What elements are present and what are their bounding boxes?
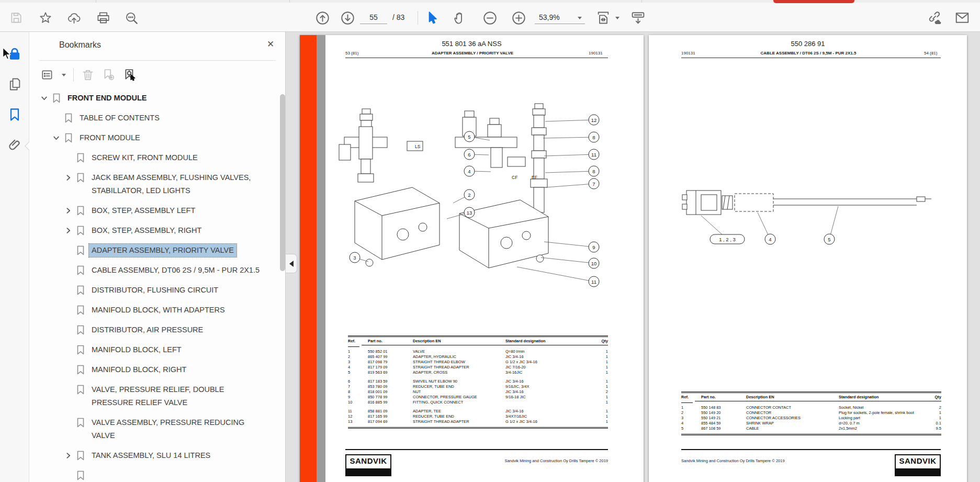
search-icon[interactable] (123, 10, 139, 26)
hand-tool-icon[interactable] (452, 10, 468, 26)
callout-number: 13 (467, 210, 472, 216)
page-number-input[interactable]: 55 (360, 12, 387, 24)
bookmark-label[interactable]: MANIFOLD BLOCK, LEFT (89, 343, 184, 356)
previous-page-icon[interactable] (314, 10, 330, 26)
table-cell: 1 (582, 379, 608, 384)
share-link-icon[interactable] (926, 10, 942, 26)
email-icon[interactable] (954, 10, 970, 26)
table-cell: STRAIGHT THREAD ADAPTER (413, 365, 505, 370)
bookmark-label[interactable]: CABLE ASSEMBLY, DT06 2S / 9,5M - PUR 2X1… (89, 264, 262, 277)
panel-scrollbar[interactable] (280, 94, 285, 271)
bookmark-icon (74, 363, 87, 376)
select-tool-icon[interactable] (425, 10, 441, 26)
expander-down-icon[interactable] (50, 131, 62, 144)
expander-none-icon (62, 383, 74, 396)
expander-right-icon[interactable] (62, 204, 74, 217)
date-code: 190131 (589, 51, 603, 55)
panel-tool-divider (73, 68, 74, 82)
bookmark-label[interactable]: MANIFOLD BLOCK, WITH ADAPTERS (89, 304, 228, 317)
zoom-out-icon[interactable] (482, 10, 498, 26)
bookmark-label[interactable]: TANK ASSEMBLY, SLU 14 LITRES (89, 449, 213, 462)
bookmark-item[interactable]: DISTRIBUTOR, FLUSHING CIRCUIT (29, 281, 279, 300)
pdf-page-left: 551 801 36 aA NSS 53 (81) ADAPTER ASSEMB… (300, 35, 644, 482)
bookmark-label[interactable]: MANIFOLD BLOCK, RIGHT (89, 363, 189, 376)
callout-number: 1 , 2 , 3 (719, 237, 736, 242)
scrolling-mode-icon[interactable] (630, 10, 646, 26)
zoom-dropdown-caret[interactable] (578, 17, 582, 19)
bookmark-item[interactable] (29, 466, 279, 482)
main-toolbar: 55 / 83 53,9% (0, 3, 980, 32)
column-header: Qty (916, 395, 941, 399)
bookmark-item[interactable]: VALVE, PRESSURE RELIEF, DOUBLE PRESSURE … (29, 380, 279, 413)
bookmark-item[interactable]: ADAPTER ASSEMBLY, PRIORITY VALVE (29, 241, 279, 261)
bookmark-icon (74, 469, 87, 482)
bookmark-label[interactable]: FRONT END MODULE (65, 92, 149, 105)
find-current-bookmark-icon[interactable] (123, 68, 137, 82)
bookmark-item[interactable]: SCREW KIT, FRONT MODULE (29, 148, 279, 168)
star-icon[interactable] (38, 10, 53, 26)
table-cell: STRAIGHT THREAD ADAPTER (413, 419, 505, 424)
bookmark-item[interactable]: FRONT END MODULE (29, 88, 279, 108)
share-cloud-icon[interactable] (66, 10, 82, 26)
bookmark-options-caret[interactable] (62, 74, 66, 76)
table-cell: Locking part (839, 416, 916, 421)
bookmark-item[interactable]: BOX, STEP, ASSEMBLY LEFT (29, 201, 279, 221)
callout-number: 4 (769, 237, 771, 242)
bookmark-label[interactable]: BOX, STEP, ASSEMBLY, RIGHT (89, 224, 204, 237)
bookmark-label[interactable]: DISTRIBUTOR, AIR PRESSURE (89, 323, 206, 337)
table-cell: 1 (582, 354, 608, 360)
bookmark-label[interactable]: BOX, STEP, ASSEMBLY LEFT (89, 204, 198, 217)
bookmark-label[interactable]: JACK BEAM ASSEMBLY, FLUSHING VALVES, STA… (89, 171, 266, 197)
bookmark-label[interactable]: FRONT MODULE (77, 131, 143, 144)
print-icon[interactable] (95, 10, 111, 26)
close-panel-icon[interactable]: ✕ (265, 39, 276, 50)
bookmark-label[interactable]: ADAPTER ASSEMBLY, PRIORITY VALVE (89, 244, 236, 257)
bookmark-item[interactable]: MANIFOLD BLOCK, RIGHT (29, 360, 279, 380)
table-cell: 816 885 99 (368, 400, 413, 405)
bookmark-item[interactable]: MANIFOLD BLOCK, LEFT (29, 340, 279, 360)
table-cell: 3 (681, 416, 701, 421)
bookmark-icon (74, 171, 87, 184)
table-cell: JIC 3/4-16 (505, 409, 582, 414)
bookmarks-panel-icon[interactable] (7, 107, 22, 122)
expander-down-icon[interactable] (38, 92, 50, 105)
bookmark-label[interactable]: VALVE ASSEMBLY, PRESSURE REDUCING VALVE (89, 416, 266, 442)
bookmark-item[interactable]: MANIFOLD BLOCK, WITH ADAPTERS (29, 300, 279, 320)
fit-width-icon[interactable] (595, 10, 611, 26)
collapse-panel-handle[interactable] (286, 254, 297, 273)
cable-assembly-diagram: 1 , 2 , 345 (680, 184, 942, 252)
table-cell: 12 (348, 414, 368, 419)
table-cell: 3/4-16JIC (505, 370, 582, 375)
expander-right-icon[interactable] (62, 224, 74, 237)
table-cell: REDUCER, TUBE END (413, 384, 505, 389)
fit-dropdown-caret[interactable] (615, 17, 619, 19)
expander-right-icon[interactable] (62, 449, 74, 462)
bookmark-item[interactable]: JACK BEAM ASSEMBLY, FLUSHING VALVES, STA… (29, 168, 279, 201)
callout-number: 3 (353, 255, 356, 261)
zoom-in-icon[interactable] (511, 10, 526, 26)
bookmark-item[interactable]: DISTRIBUTOR, AIR PRESSURE (29, 320, 279, 340)
bookmark-item[interactable]: VALVE ASSEMBLY, PRESSURE REDUCING VALVE (29, 413, 279, 446)
bookmark-item[interactable]: TABLE OF CONTENTS (29, 108, 279, 128)
table-cell: 1 (582, 419, 608, 424)
attachments-icon[interactable] (7, 137, 22, 153)
table-cell: JIC 3/4-16 (505, 354, 582, 360)
bookmark-item[interactable]: FRONT MODULE (29, 128, 279, 148)
bookmark-label[interactable]: VALVE, PRESSURE RELIEF, DOUBLE PRESSURE … (89, 383, 266, 409)
copy-pages-icon[interactable] (7, 76, 22, 92)
next-page-icon[interactable] (340, 10, 355, 26)
bookmark-item[interactable]: TANK ASSEMBLY, SLU 14 LITRES (29, 446, 279, 466)
bookmark-item[interactable]: BOX, STEP, ASSEMBLY, RIGHT (29, 221, 279, 241)
table-cell: 817 183 59 (368, 379, 413, 384)
table-cell: JIC 3/4-16 (505, 379, 582, 384)
bookmark-item[interactable]: CABLE ASSEMBLY, DT06 2S / 9,5M - PUR 2X1… (29, 261, 279, 281)
table-cell: 1 (582, 384, 608, 389)
bookmark-label[interactable]: DISTRIBUTOR, FLUSHING CIRCUIT (89, 284, 221, 297)
port-label: EF (532, 175, 537, 180)
table-cell: 853 780 09 (368, 384, 413, 389)
bookmark-options-icon[interactable] (41, 68, 54, 82)
callout-number: 4 (468, 169, 470, 174)
bookmark-label[interactable]: TABLE OF CONTENTS (77, 111, 162, 125)
expander-right-icon[interactable] (62, 171, 74, 184)
bookmark-label[interactable]: SCREW KIT, FRONT MODULE (89, 151, 200, 164)
